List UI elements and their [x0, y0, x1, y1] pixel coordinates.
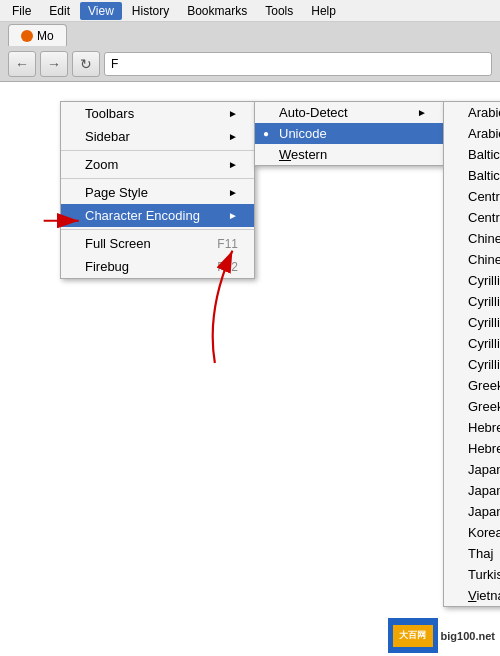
western-label: Western [279, 147, 327, 162]
menu-character-encoding[interactable]: Character Encoding ► [61, 204, 254, 227]
menu-firebug[interactable]: Firebug F12 [61, 255, 254, 278]
encoding-label: Turkish [468, 567, 500, 582]
menu-overlay: Toolbars ► Sidebar ► Zoom ► Page Style ► [0, 82, 500, 656]
browser-content: 大百网 big100.net Toolbars ► Sidebar ► Z [0, 82, 500, 656]
back-button[interactable]: ← [8, 51, 36, 77]
auto-detect-label: Auto-Detect [279, 105, 348, 120]
menu-bookmarks[interactable]: Bookmarks [179, 2, 255, 20]
menu-firebug-label: Firebug [85, 259, 129, 274]
encoding-label: Cyrillic (KOI8-R) [468, 315, 500, 330]
encoding-label: Korean [468, 525, 500, 540]
encoding-greek-windows[interactable]: Greek (Windows) [444, 375, 500, 396]
menu-history[interactable]: History [124, 2, 177, 20]
menu-toolbars[interactable]: Toolbars ► [61, 102, 254, 125]
encoding-vietnamese[interactable]: Vietnamese [444, 585, 500, 606]
toolbar: ← → ↻ F [0, 46, 500, 82]
submenu-arrow: ► [228, 187, 238, 198]
submenu-arrow: ► [228, 108, 238, 119]
unicode-label: Unicode [279, 126, 327, 141]
menu-separator-2 [61, 178, 254, 179]
encoding-japanese-shiftjis[interactable]: Japanese (Shift_JIS) [444, 459, 500, 480]
encoding-label: Greek (Windows) [468, 378, 500, 393]
encoding-label: Cyrillic (KOI8-U) [468, 294, 500, 309]
encoding-label: Hebrew, Visual [468, 420, 500, 435]
encoding-korean[interactable]: Korean [444, 522, 500, 543]
encoding-baltic-iso[interactable]: Baltic (ISO) [444, 165, 500, 186]
encoding-label: Central European (ISO) [468, 210, 500, 225]
encoding-unicode[interactable]: ● Unicode [255, 123, 443, 144]
tab-favicon [21, 30, 33, 42]
encoding-label: Greek (ISO) [468, 399, 500, 414]
encoding-greek-iso[interactable]: Greek (ISO) [444, 396, 500, 417]
menu-fullscreen[interactable]: Full Screen F11 [61, 232, 254, 255]
submenu-arrow: ► [228, 159, 238, 170]
encoding-chinese-traditional[interactable]: Chinese, Traditional [444, 249, 500, 270]
encoding-chinese-simplified[interactable]: Chinese, Simplified [444, 228, 500, 249]
menu-bar: File Edit View History Bookmarks Tools H… [0, 0, 500, 22]
encoding-label: Vietnamese [468, 588, 500, 603]
menu-sidebar-label: Sidebar [85, 129, 130, 144]
encoding-label: Arabic (ISO) [468, 126, 500, 141]
view-menu-dropdown: Toolbars ► Sidebar ► Zoom ► Page Style ► [60, 101, 255, 279]
encoding-japanese-iso2022[interactable]: Japanese (ISO-2022-JP) [444, 480, 500, 501]
encoding-western[interactable]: Western [255, 144, 443, 165]
encoding-baltic-windows[interactable]: Baltic (Windows) [444, 144, 500, 165]
menu-separator-3 [61, 229, 254, 230]
menu-file[interactable]: File [4, 2, 39, 20]
address-bar[interactable]: F [104, 52, 492, 76]
reload-button[interactable]: ↻ [72, 51, 100, 77]
encoding-cyrillic-koi8u[interactable]: Cyrillic (KOI8-U) [444, 291, 500, 312]
menu-view[interactable]: View [80, 2, 122, 20]
browser-window: File Edit View History Bookmarks Tools H… [0, 0, 500, 656]
encoding-cyrillic-iso[interactable]: Cyrillic (ISO) [444, 333, 500, 354]
encoding-list-submenu: Arabic (Windows) Arabic (ISO) Baltic (Wi… [443, 101, 500, 607]
encoding-arabic-windows[interactable]: Arabic (Windows) [444, 102, 500, 123]
encoding-label: Japanese (ISO-2022-JP) [468, 483, 500, 498]
menu-separator [61, 150, 254, 151]
address-text: F [111, 57, 118, 71]
submenu-arrow: ► [417, 107, 427, 118]
encoding-label: Arabic (Windows) [468, 105, 500, 120]
encoding-thaj[interactable]: Thaj [444, 543, 500, 564]
menu-sidebar[interactable]: Sidebar ► [61, 125, 254, 148]
encoding-cyrillic-windows[interactable]: Cyrillic (Windows) [444, 270, 500, 291]
encoding-cyrillic-koi8r[interactable]: Cyrillic (KOI8-R) [444, 312, 500, 333]
browser-tab[interactable]: Mo [8, 24, 67, 46]
forward-button[interactable]: → [40, 51, 68, 77]
firebug-shortcut: F12 [217, 260, 238, 274]
watermark-site: big100.net [441, 630, 495, 642]
baidu-logo-inner: 大百网 [393, 625, 433, 647]
encoding-japanese-eucjp[interactable]: Japanese (EUC-JP) [444, 501, 500, 522]
encoding-label: Central European (Windows) [468, 189, 500, 204]
encoding-turkish[interactable]: Turkish [444, 564, 500, 585]
menu-tools[interactable]: Tools [257, 2, 301, 20]
encoding-label: Baltic (Windows) [468, 147, 500, 162]
baidu-logo: 大百网 [388, 618, 438, 653]
encoding-label: Thaj [468, 546, 493, 561]
encoding-ce-windows[interactable]: Central European (Windows) [444, 186, 500, 207]
encoding-label: Japanese (EUC-JP) [468, 504, 500, 519]
encoding-label: Japanese (Shift_JIS) [468, 462, 500, 477]
encoding-hebrew-visual[interactable]: Hebrew, Visual [444, 417, 500, 438]
submenu-arrow: ► [228, 210, 238, 221]
char-encoding-submenu: Auto-Detect ► ● Unicode Western [254, 101, 444, 166]
encoding-label: Chinese, Traditional [468, 252, 500, 267]
menu-page-style-label: Page Style [85, 185, 148, 200]
encoding-ce-iso[interactable]: Central European (ISO) [444, 207, 500, 228]
encoding-arabic-iso[interactable]: Arabic (ISO) [444, 123, 500, 144]
menu-help[interactable]: Help [303, 2, 344, 20]
submenu-arrow: ► [228, 131, 238, 142]
menu-edit[interactable]: Edit [41, 2, 78, 20]
menu-zoom-label: Zoom [85, 157, 118, 172]
encoding-hebrew[interactable]: Hebrew [444, 438, 500, 459]
encoding-label: Cyrillic (DOS) [468, 357, 500, 372]
tab-title: Mo [37, 29, 54, 43]
encoding-label: Chinese, Simplified [468, 231, 500, 246]
menu-zoom[interactable]: Zoom ► [61, 153, 254, 176]
encoding-label: Hebrew [468, 441, 500, 456]
menu-page-style[interactable]: Page Style ► [61, 181, 254, 204]
encoding-auto-detect[interactable]: Auto-Detect ► [255, 102, 443, 123]
tab-bar: Mo [0, 22, 500, 46]
encoding-label: Cyrillic (Windows) [468, 273, 500, 288]
encoding-cyrillic-dos[interactable]: Cyrillic (DOS) [444, 354, 500, 375]
